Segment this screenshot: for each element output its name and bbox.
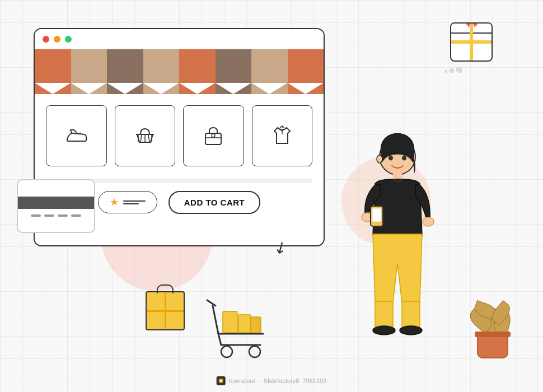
woman-character <box>353 123 442 358</box>
watermark-text: Iconscout <box>229 377 255 384</box>
svg-point-22 <box>423 217 434 226</box>
scallop-7 <box>251 83 288 94</box>
svg-point-26 <box>400 326 422 335</box>
thought-dot-large <box>456 67 462 73</box>
svg-rect-12 <box>238 315 251 333</box>
svg-point-7 <box>212 134 215 137</box>
bag-ribbon-horizontal <box>147 310 184 312</box>
product-card-shirt[interactable] <box>252 105 313 166</box>
svg-line-1 <box>141 134 142 142</box>
card-dash-3 <box>58 214 68 217</box>
add-to-cart-button[interactable]: ADD TO CART <box>168 191 261 214</box>
watermark-separator: · <box>259 377 260 384</box>
store-awning <box>35 49 324 94</box>
watermark-logo <box>217 376 226 385</box>
card-dash-2 <box>44 214 54 217</box>
svg-point-10 <box>249 346 260 357</box>
gift-ribbon-horizontal <box>451 40 491 44</box>
svg-point-9 <box>221 346 232 357</box>
scallop-1 <box>35 83 71 94</box>
card-dash-1 <box>31 214 41 217</box>
shopping-bag <box>146 291 185 336</box>
scallop-5 <box>179 83 216 94</box>
product-card-basket[interactable] <box>115 105 176 166</box>
rating-line-2 <box>123 203 139 204</box>
basket-icon <box>132 122 158 149</box>
credit-card <box>17 179 95 233</box>
scallop-3 <box>107 83 143 94</box>
svg-rect-23 <box>375 301 393 329</box>
product-grid <box>35 94 324 174</box>
woman-svg <box>353 123 442 358</box>
watermark-id: 7981193 <box>302 377 326 384</box>
thought-dot-small <box>444 70 447 73</box>
browser-dot-maximize <box>65 36 72 43</box>
svg-point-15 <box>388 156 393 161</box>
shoe-icon <box>63 122 90 149</box>
svg-line-3 <box>148 134 149 142</box>
card-dash-4 <box>71 214 81 217</box>
shopping-cart-svg <box>196 283 280 362</box>
iconscout-logo-icon <box>218 378 224 384</box>
svg-point-17 <box>377 155 382 163</box>
watermark: Iconscout · Slidefactory8 7981193 <box>217 376 327 385</box>
card-numbers <box>31 214 81 217</box>
gift-bow-icon: 🎀 <box>465 22 479 27</box>
product-card-shoe[interactable] <box>46 105 107 166</box>
browser-dot-minimize <box>54 36 60 43</box>
scene: ★ ADD TO CART ↖ <box>0 0 543 392</box>
gift-box-container: 🎀 <box>450 22 493 62</box>
browser-titlebar <box>35 29 324 49</box>
scallop-2 <box>71 83 107 94</box>
product-card-bag[interactable] <box>183 105 244 166</box>
rating-line-1 <box>123 200 146 202</box>
decorative-plant <box>470 280 515 358</box>
svg-rect-24 <box>402 301 420 329</box>
plant-pot <box>477 335 508 358</box>
star-icon: ★ <box>110 196 119 208</box>
card-magnetic-strip <box>18 197 94 209</box>
thought-dot-medium <box>450 68 454 73</box>
scallop-4 <box>143 83 180 94</box>
shopping-cart-area <box>196 283 280 364</box>
thought-bubble: 🎀 <box>450 22 493 62</box>
plant-leaves <box>473 282 512 338</box>
scallop-8 <box>288 83 324 94</box>
rating-lines <box>123 200 146 204</box>
svg-rect-13 <box>251 317 261 333</box>
bag-ribbon <box>147 292 184 329</box>
svg-point-25 <box>373 326 395 335</box>
browser-dot-close <box>43 36 49 43</box>
svg-rect-11 <box>223 311 237 333</box>
bag-icon <box>200 122 227 149</box>
scallop-6 <box>216 83 252 94</box>
svg-rect-5 <box>205 133 221 144</box>
bag-body <box>146 291 185 330</box>
svg-rect-21 <box>372 208 381 222</box>
svg-point-16 <box>402 156 406 161</box>
rating-button[interactable]: ★ <box>98 191 157 213</box>
shirt-icon <box>269 122 296 149</box>
watermark-contributor: Slidefactory8 <box>264 377 299 384</box>
awning-bottom <box>35 83 324 94</box>
